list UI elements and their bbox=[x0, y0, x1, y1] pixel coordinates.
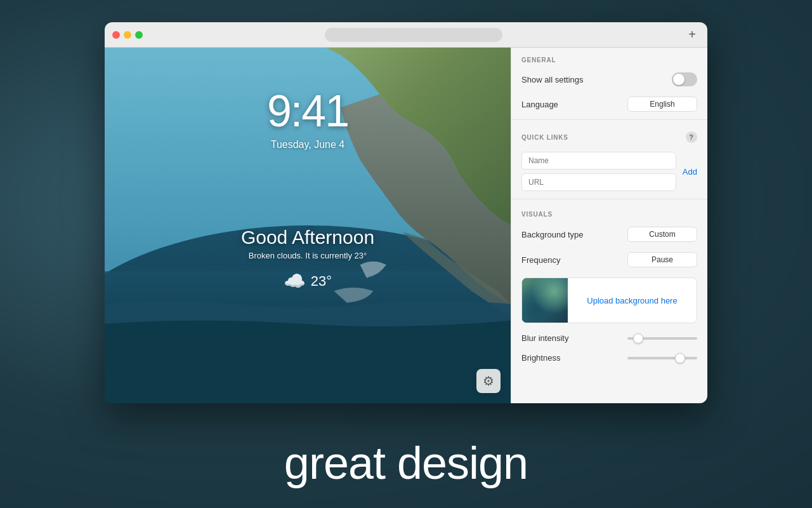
frequency-label: Frequency bbox=[521, 255, 560, 265]
language-dropdown[interactable]: English bbox=[627, 97, 697, 112]
gear-settings-button[interactable]: ⚙ bbox=[476, 369, 501, 393]
show-all-settings-label: Show all settings bbox=[521, 75, 584, 84]
language-label: Language bbox=[521, 100, 558, 109]
show-all-settings-toggle[interactable] bbox=[672, 72, 697, 86]
quick-links-inputs-row: Add bbox=[511, 147, 707, 196]
show-all-settings-row: Show all settings bbox=[511, 67, 707, 91]
background-type-row: Background type Custom bbox=[511, 222, 707, 247]
general-section-header: GENERAL bbox=[511, 48, 707, 67]
quick-links-help-button[interactable]: ? bbox=[686, 131, 697, 143]
blur-slider-container bbox=[627, 337, 697, 340]
tagline: great design bbox=[0, 437, 812, 489]
weather-icon: ☁️ bbox=[284, 271, 306, 291]
brightness-slider[interactable] bbox=[627, 357, 697, 359]
date-display: Tuesday, June 4 bbox=[271, 139, 345, 150]
quick-links-section-header: QUICK LINKS ? bbox=[511, 123, 707, 147]
brightness-row: Brightness bbox=[511, 348, 707, 368]
titlebar-center bbox=[143, 28, 684, 42]
settings-panel: GENERAL Show all settings Language Engli… bbox=[511, 48, 707, 403]
divider-2 bbox=[511, 199, 707, 199]
toggle-knob bbox=[673, 74, 684, 85]
close-button[interactable] bbox=[112, 31, 120, 39]
traffic-lights bbox=[112, 31, 143, 39]
background-type-dropdown[interactable]: Custom bbox=[627, 227, 697, 242]
background-upload-area[interactable]: Upload background here bbox=[521, 277, 697, 323]
clock-display: 9:41 bbox=[267, 86, 348, 137]
weather-row: ☁️ 23° bbox=[284, 271, 332, 291]
general-label: GENERAL bbox=[521, 57, 556, 64]
weather-description: Broken clouds. It is currently 23° bbox=[249, 251, 367, 260]
lockscreen-content: 9:41 Tuesday, June 4 Good Afternoon Brok… bbox=[105, 48, 511, 403]
new-tab-button[interactable]: + bbox=[684, 27, 700, 43]
blur-intensity-row: Blur intensity bbox=[511, 328, 707, 348]
gear-icon: ⚙ bbox=[483, 373, 494, 389]
upload-background-button[interactable]: Upload background here bbox=[568, 296, 697, 305]
blur-intensity-slider[interactable] bbox=[627, 337, 697, 340]
frequency-row: Frequency Pause bbox=[511, 247, 707, 272]
blur-intensity-label: Blur intensity bbox=[521, 333, 568, 343]
fullscreen-button[interactable] bbox=[135, 31, 143, 39]
search-bar[interactable] bbox=[325, 28, 502, 42]
brightness-slider-container bbox=[627, 357, 697, 359]
divider-1 bbox=[511, 119, 707, 120]
add-button[interactable]: Add bbox=[683, 167, 697, 177]
temperature-display: 23° bbox=[311, 273, 332, 290]
quick-links-inputs bbox=[521, 152, 676, 191]
window-body: 9:41 Tuesday, June 4 Good Afternoon Brok… bbox=[105, 48, 707, 403]
background-type-label: Background type bbox=[521, 230, 584, 239]
background-thumbnail bbox=[522, 277, 568, 323]
quick-links-label: QUICK LINKS bbox=[521, 134, 568, 141]
thumbnail-image bbox=[522, 277, 568, 323]
name-input[interactable] bbox=[521, 152, 676, 170]
browser-window: + bbox=[105, 22, 707, 403]
visuals-label: VISUALS bbox=[521, 211, 553, 218]
url-input[interactable] bbox=[521, 173, 676, 191]
minimize-button[interactable] bbox=[124, 31, 131, 39]
frequency-dropdown[interactable]: Pause bbox=[627, 252, 697, 267]
language-row: Language English bbox=[511, 91, 707, 117]
titlebar: + bbox=[105, 22, 707, 48]
lockscreen-preview: 9:41 Tuesday, June 4 Good Afternoon Brok… bbox=[105, 48, 511, 403]
greeting-text: Good Afternoon bbox=[241, 227, 374, 248]
visuals-section-header: VISUALS bbox=[511, 202, 707, 222]
brightness-label: Brightness bbox=[521, 353, 560, 363]
